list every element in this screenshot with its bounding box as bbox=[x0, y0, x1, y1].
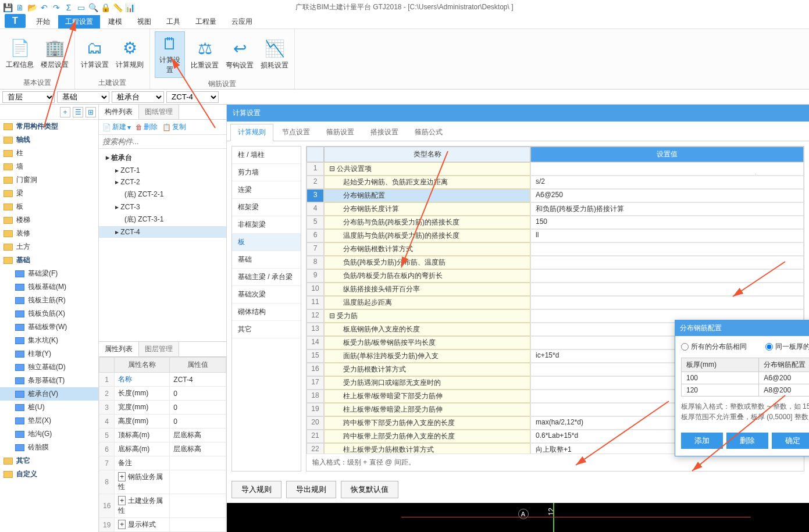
search-input[interactable] bbox=[99, 135, 226, 149]
nav-item[interactable]: 柱 bbox=[0, 147, 98, 160]
nav-item[interactable]: 门窗洞 bbox=[0, 173, 98, 187]
nav-item[interactable]: 柱墩(Y) bbox=[0, 347, 98, 360]
nav-item[interactable]: 基础梁(F) bbox=[0, 267, 98, 280]
dlg-cell[interactable]: 100 bbox=[682, 372, 759, 384]
prop-val[interactable] bbox=[170, 456, 226, 470]
component-item[interactable]: ▸ ZCT-4 bbox=[99, 226, 226, 238]
nav-item[interactable]: 基础板带(W) bbox=[0, 320, 98, 334]
tab-prop-list[interactable]: 属性列表 bbox=[99, 342, 139, 356]
ribbon-工程信息[interactable]: 📄工程信息 bbox=[5, 31, 35, 77]
qat-new-icon[interactable]: 🗎 bbox=[15, 2, 25, 13]
category-select[interactable]: 基础 bbox=[57, 91, 109, 103]
import-rules-button[interactable]: 导入规则 bbox=[231, 481, 281, 498]
rp-tab-1[interactable]: 节点设置 bbox=[275, 124, 318, 141]
ribbon-计算规则[interactable]: ⚙计算规则 bbox=[115, 31, 145, 77]
menu-2[interactable]: 建模 bbox=[101, 15, 129, 28]
rule-row[interactable]: 9负筋/跨板受力筋在板内的弯折长 bbox=[307, 269, 804, 283]
delete-button[interactable]: 🗑 删除 bbox=[136, 122, 158, 132]
component-item[interactable]: (底) ZCT-2-1 bbox=[99, 188, 226, 201]
nav-item[interactable]: 筏板基础(M) bbox=[0, 280, 98, 294]
member-select[interactable]: ZCT-4 bbox=[166, 91, 219, 103]
export-rules-button[interactable]: 导出规则 bbox=[286, 481, 336, 498]
qat-undo-icon[interactable]: ↶ bbox=[39, 2, 49, 13]
nav-item[interactable]: 独立基础(D) bbox=[0, 360, 98, 374]
cat-item[interactable]: 基础主梁 / 承台梁 bbox=[232, 269, 301, 286]
rp-tab-3[interactable]: 搭接设置 bbox=[363, 124, 406, 141]
cat-item[interactable]: 非框架梁 bbox=[232, 216, 301, 234]
qat-sum-icon[interactable]: Σ bbox=[63, 2, 74, 13]
radio-same-thickness[interactable]: 同一板厚的分布筋相同 bbox=[765, 342, 809, 352]
component-item[interactable]: ▸ ZCT-1 bbox=[99, 165, 226, 176]
nav-item[interactable]: 桩承台(V) bbox=[0, 387, 98, 401]
menu-1[interactable]: 工程设置 bbox=[58, 15, 100, 28]
rule-row[interactable]: 1⊟ 公共设置项 bbox=[307, 162, 804, 176]
tab-component-list[interactable]: 构件列表 bbox=[99, 105, 139, 119]
component-item[interactable]: ▸ ZCT-3 bbox=[99, 201, 226, 213]
nav-item[interactable]: 板 bbox=[0, 200, 98, 213]
rule-row[interactable]: 2起始受力钢筋、负筋距支座边距离s/2 bbox=[307, 176, 804, 189]
menu-3[interactable]: 视图 bbox=[130, 15, 158, 28]
rp-tab-0[interactable]: 计算规则 bbox=[230, 124, 273, 141]
rule-row[interactable]: 6温度筋与负筋(跨板受力筋)的搭接长度ll bbox=[307, 229, 804, 242]
prop-val[interactable] bbox=[170, 470, 226, 494]
rule-row[interactable]: 3分布钢筋配置A6@250 bbox=[307, 189, 804, 202]
ribbon-计算设置[interactable]: 🗂计算设置 bbox=[80, 31, 110, 77]
dlg-delete-button[interactable]: 删除 bbox=[726, 433, 768, 449]
copy-button[interactable]: 📋 复制 bbox=[162, 122, 186, 132]
cat-item[interactable]: 砌体结构 bbox=[232, 304, 301, 321]
prop-val[interactable]: 层底标高 bbox=[170, 442, 226, 456]
nav-plus-icon[interactable]: + bbox=[60, 107, 70, 117]
menu-4[interactable]: 工具 bbox=[159, 15, 187, 28]
restore-default-button[interactable]: 恢复默认值 bbox=[341, 481, 398, 498]
nav-item[interactable]: 基础 bbox=[0, 253, 98, 267]
component-item[interactable]: ▸ ZCT-2 bbox=[99, 176, 226, 188]
menu-6[interactable]: 云应用 bbox=[224, 15, 259, 28]
nav-item[interactable]: 垫层(X) bbox=[0, 414, 98, 427]
qat-save-icon[interactable]: 💾 bbox=[2, 2, 13, 13]
nav-item[interactable]: 地沟(G) bbox=[0, 427, 98, 441]
cat-item[interactable]: 剪力墙 bbox=[232, 164, 301, 181]
nav-item[interactable]: 桩(U) bbox=[0, 401, 98, 414]
nav-item[interactable]: 自定义 bbox=[0, 467, 98, 481]
ribbon-损耗设置[interactable]: 📉损耗设置 bbox=[259, 31, 290, 78]
nav-item[interactable]: 砖胎膜 bbox=[0, 441, 98, 454]
nav-item[interactable]: 筏板负筋(X) bbox=[0, 307, 98, 320]
dlg-cell[interactable]: A6@200 bbox=[759, 372, 809, 384]
cat-item[interactable]: 其它 bbox=[232, 321, 301, 338]
prop-val[interactable]: 0 bbox=[170, 401, 226, 415]
qat-lock-icon[interactable]: 🔒 bbox=[100, 2, 111, 13]
nav-item[interactable]: 装修 bbox=[0, 227, 98, 240]
qat-check-icon[interactable]: 🔍 bbox=[88, 2, 98, 13]
qat-report-icon[interactable]: 📊 bbox=[124, 2, 135, 13]
prop-val[interactable] bbox=[170, 494, 226, 518]
dlg-cell[interactable]: 120 bbox=[682, 384, 759, 397]
dlg-add-button[interactable]: 添加 bbox=[681, 433, 723, 449]
rule-row[interactable]: 11温度筋起步距离 bbox=[307, 296, 804, 309]
cat-item[interactable]: 框架梁 bbox=[232, 199, 301, 216]
rp-tab-2[interactable]: 箍筋设置 bbox=[319, 124, 362, 141]
nav-item[interactable]: 筏板主筋(R) bbox=[0, 294, 98, 307]
dlg-ok-button[interactable]: 确定 bbox=[772, 433, 809, 449]
rp-tab-4[interactable]: 箍筋公式 bbox=[407, 124, 450, 141]
nav-item[interactable]: 梁 bbox=[0, 187, 98, 200]
prop-val[interactable]: 层底标高 bbox=[170, 429, 226, 442]
nav-item[interactable]: 集水坑(K) bbox=[0, 334, 98, 347]
cat-item[interactable]: 基础 bbox=[232, 251, 301, 269]
qat-region-icon[interactable]: ▭ bbox=[76, 2, 86, 13]
menu-0[interactable]: 开始 bbox=[29, 15, 57, 28]
ribbon-比重设置[interactable]: ⚖比重设置 bbox=[190, 31, 220, 78]
component-item[interactable]: ▸ 桩承台 bbox=[99, 151, 226, 165]
nav-item[interactable]: 楼梯 bbox=[0, 213, 98, 227]
dlg-cell[interactable]: A8@200 bbox=[759, 384, 809, 397]
rule-row[interactable]: 10纵筋搭接接头错开百分率 bbox=[307, 283, 804, 296]
rule-row[interactable]: 8负筋(跨板受力筋)分布筋、温度筋 bbox=[307, 256, 804, 269]
rule-row[interactable]: 4分布钢筋长度计算和负筋(跨板受力筋)搭接计算 bbox=[307, 202, 804, 216]
qat-redo-icon[interactable]: ↷ bbox=[51, 2, 62, 13]
prop-val[interactable]: 0 bbox=[170, 415, 226, 429]
cat-item[interactable]: 连梁 bbox=[232, 181, 301, 199]
cat-item[interactable]: 板 bbox=[232, 234, 301, 251]
tab-layer-mgmt[interactable]: 图层管理 bbox=[139, 342, 179, 356]
nav-item[interactable]: 土方 bbox=[0, 240, 98, 253]
prop-val[interactable]: 0 bbox=[170, 387, 226, 401]
nav-item[interactable]: 其它 bbox=[0, 454, 98, 467]
